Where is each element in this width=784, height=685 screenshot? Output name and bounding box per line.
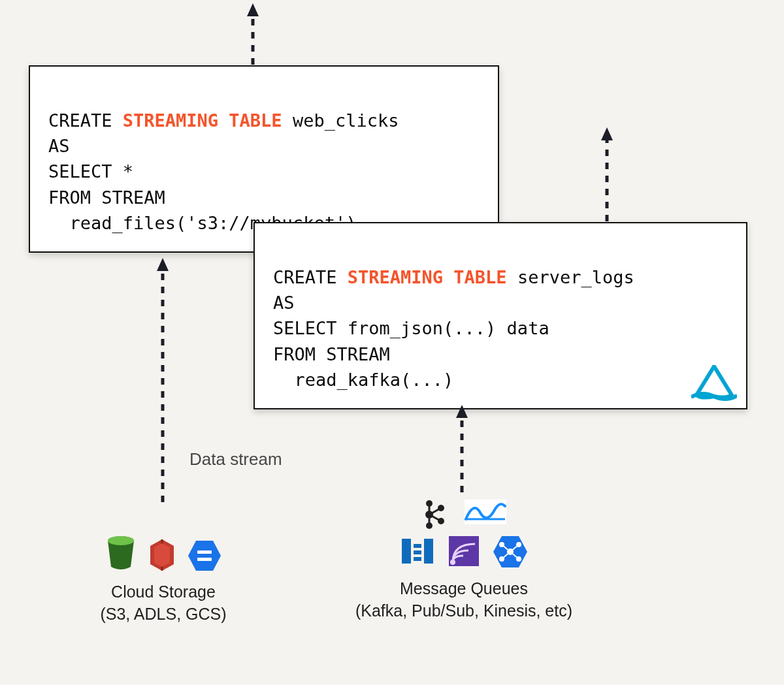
arrow-top-left-icon	[245, 3, 261, 65]
delta-lake-icon	[691, 365, 737, 402]
arrow-message-queues-icon	[454, 405, 470, 493]
code2-line3: SELECT from_json(...) data	[273, 318, 549, 338]
mq-sub: (Kafka, Pub/Sub, Kinesis, etc)	[327, 600, 601, 622]
svg-rect-10	[197, 550, 212, 554]
svg-marker-3	[601, 127, 613, 140]
arrow-top-right-icon	[599, 127, 615, 222]
svg-rect-26	[414, 557, 421, 561]
code2-line1-post: server_logs	[507, 267, 634, 287]
code2-line1-kw: STREAMING TABLE	[348, 267, 507, 287]
svg-rect-23	[424, 539, 433, 564]
kinesis-icon	[449, 536, 479, 566]
pulsar-icon	[465, 500, 506, 524]
svg-point-9	[108, 536, 134, 545]
code-box-server-logs: CREATE STREAMING TABLE server_logs AS SE…	[253, 222, 747, 409]
svg-rect-11	[197, 558, 212, 561]
svg-marker-5	[157, 258, 169, 271]
code1-line3: SELECT *	[48, 161, 133, 182]
message-queues-group: Message Queues (Kafka, Pub/Sub, Kinesis,…	[327, 500, 601, 622]
adls-icon	[148, 539, 176, 571]
arrow-cloud-storage-icon	[155, 258, 171, 503]
pubsub-icon	[493, 536, 527, 567]
svg-rect-22	[402, 539, 411, 564]
cloud-storage-group: Cloud Storage (S3, ADLS, GCS)	[72, 516, 255, 626]
svg-rect-25	[414, 550, 421, 554]
cloud-title: Cloud Storage	[72, 581, 255, 603]
code1-line1-kw: STREAMING TABLE	[123, 110, 282, 131]
code2-line1-pre: CREATE	[273, 267, 348, 287]
code1-line2: AS	[48, 136, 70, 156]
code1-line1-post: web_clicks	[282, 110, 399, 131]
gcs-icon	[188, 541, 221, 571]
code2-line5: read_kafka(...)	[273, 370, 453, 390]
code2-line2: AS	[273, 293, 295, 313]
code2-line4: FROM STREAM	[273, 344, 390, 364]
eventhubs-icon	[400, 536, 434, 566]
kafka-icon	[421, 500, 445, 530]
cloud-sub: (S3, ADLS, GCS)	[72, 603, 255, 626]
mq-title: Message Queues	[327, 578, 601, 600]
svg-point-28	[450, 560, 455, 565]
data-stream-label: Data stream	[189, 449, 282, 470]
code1-line4: FROM STREAM	[48, 187, 165, 208]
s3-icon	[106, 535, 136, 571]
svg-rect-24	[414, 544, 421, 548]
svg-marker-1	[247, 3, 259, 16]
code1-line1-pre: CREATE	[48, 110, 123, 131]
